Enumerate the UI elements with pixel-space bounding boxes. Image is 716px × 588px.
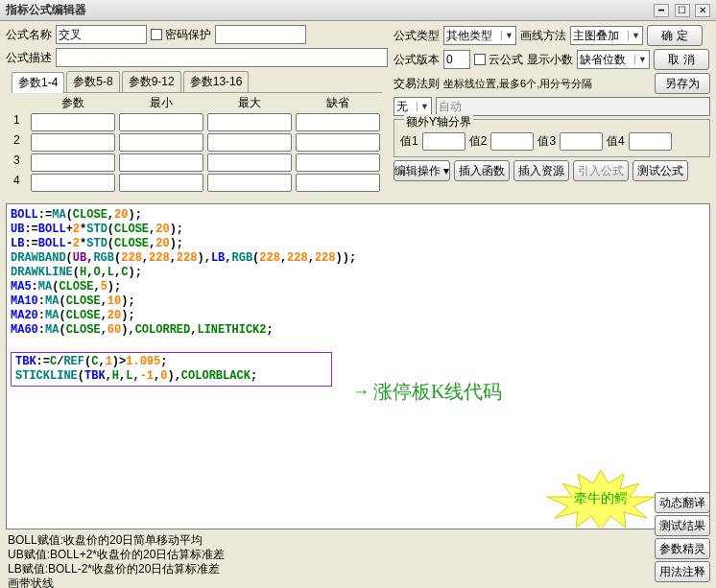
insert-res-button[interactable]: 插入资源 (513, 160, 569, 181)
rule-label: 交易法则 (394, 76, 440, 92)
minimize-icon[interactable]: ━ (654, 4, 669, 17)
p1-min[interactable] (119, 113, 203, 131)
edit-ops-button[interactable]: 编辑操作 ▾ (394, 160, 450, 181)
p3-name[interactable] (31, 153, 115, 172)
tab-param-9-12[interactable]: 参数9-12 (122, 71, 181, 92)
password-protect-checkbox[interactable]: 密码保护 (151, 27, 211, 43)
y3-input[interactable] (560, 132, 603, 151)
tab-param-1-4[interactable]: 参数1-4 (12, 72, 64, 93)
test-formula-button[interactable]: 测试公式 (632, 160, 688, 181)
p4-min[interactable] (119, 174, 203, 192)
param-hdr-min: 最小 (119, 95, 203, 111)
version-input[interactable] (443, 50, 470, 69)
p2-name[interactable] (31, 133, 115, 152)
extra-y-fieldset: 额外Y轴分界 值1 值2 值3 值4 (394, 119, 710, 157)
saveas-button[interactable]: 另存为 (655, 73, 710, 94)
cloud-checkbox[interactable]: 云公式 (474, 52, 523, 68)
p2-def[interactable] (296, 133, 380, 152)
version-label: 公式版本 (394, 52, 440, 68)
callout-annotation: → 涨停板K线代码 (352, 385, 502, 399)
p1-max[interactable] (207, 113, 292, 131)
test-result-button[interactable]: 测试结果 (655, 515, 710, 536)
line-method-combo[interactable]: 主图叠加▼ (570, 26, 643, 45)
y1-input[interactable] (422, 132, 465, 151)
param-grid: 参数 最小 最大 缺省 1 2 3 4 (6, 95, 388, 198)
p2-min[interactable] (119, 133, 203, 152)
import-formula-button[interactable]: 引入公式 (573, 160, 629, 181)
p2-max[interactable] (207, 133, 292, 152)
p4-max[interactable] (207, 174, 292, 192)
bottom-description: BOLL赋值:收盘价的20日简单移动平均UB赋值:BOLL+2*收盘价的20日估… (0, 531, 716, 588)
tab-param-13-16[interactable]: 参数13-16 (183, 71, 250, 92)
ok-button[interactable]: 确 定 (647, 25, 703, 46)
y2-input[interactable] (490, 132, 534, 151)
p4-def[interactable] (296, 174, 380, 192)
right-panel: 公式类型 其他类型▼ 画线方法 主图叠加▼ 确 定 公式版本 云公式 显示小数 … (394, 25, 710, 198)
formula-type-combo[interactable]: 其他类型▼ (443, 26, 516, 45)
dyn-translate-button[interactable]: 动态翻译 (655, 492, 710, 513)
starburst-stamp: 牵牛的鳄 (543, 470, 658, 528)
rule-hint: 坐标线位置,最多6个,用分号分隔 (443, 77, 592, 91)
formula-name-input[interactable] (56, 25, 147, 44)
decimals-combo[interactable]: 缺省位数▼ (577, 50, 650, 69)
title-bar: 指标公式编辑器 ━ ☐ ✕ (0, 0, 716, 21)
p3-def[interactable] (296, 153, 380, 172)
param-hdr-name: 参数 (31, 95, 115, 111)
formula-type-label: 公式类型 (394, 28, 440, 44)
extra-y-legend: 额外Y轴分界 (404, 114, 473, 130)
arrow-right-icon: → (352, 385, 370, 399)
formula-desc-input[interactable] (56, 48, 388, 67)
param-wizard-button[interactable]: 参数精灵 (655, 538, 710, 559)
p3-max[interactable] (207, 153, 292, 172)
insert-func-button[interactable]: 插入函数 (454, 160, 510, 181)
p1-def[interactable] (296, 113, 380, 131)
window-title: 指标公式编辑器 (6, 2, 86, 18)
p1-name[interactable] (31, 113, 115, 131)
formula-name-label: 公式名称 (6, 27, 52, 43)
line-method-label: 画线方法 (520, 28, 566, 44)
maximize-icon[interactable]: ☐ (675, 4, 690, 17)
usage-note-button[interactable]: 用法注释 (655, 561, 710, 582)
p4-name[interactable] (31, 174, 115, 192)
decimals-label: 显示小数 (527, 52, 573, 68)
left-panel: 公式名称 密码保护 公式描述 参数1-4 参数5-8 参数9-12 参数13-1… (6, 25, 388, 198)
cancel-button[interactable]: 取 消 (654, 49, 709, 70)
param-hdr-max: 最大 (207, 95, 292, 111)
p3-min[interactable] (119, 153, 203, 172)
param-hdr-default: 缺省 (296, 95, 380, 111)
y4-input[interactable] (629, 132, 672, 151)
rule-auto-input (436, 97, 710, 116)
close-icon[interactable]: ✕ (695, 4, 710, 17)
param-tabs: 参数1-4 参数5-8 参数9-12 参数13-16 (12, 71, 382, 93)
rule-val-combo[interactable]: 无▼ (394, 97, 432, 116)
password-input[interactable] (215, 25, 306, 44)
chevron-down-icon: ▾ (443, 164, 449, 177)
formula-desc-label: 公式描述 (6, 50, 52, 66)
tab-param-5-8[interactable]: 参数5-8 (66, 71, 119, 92)
